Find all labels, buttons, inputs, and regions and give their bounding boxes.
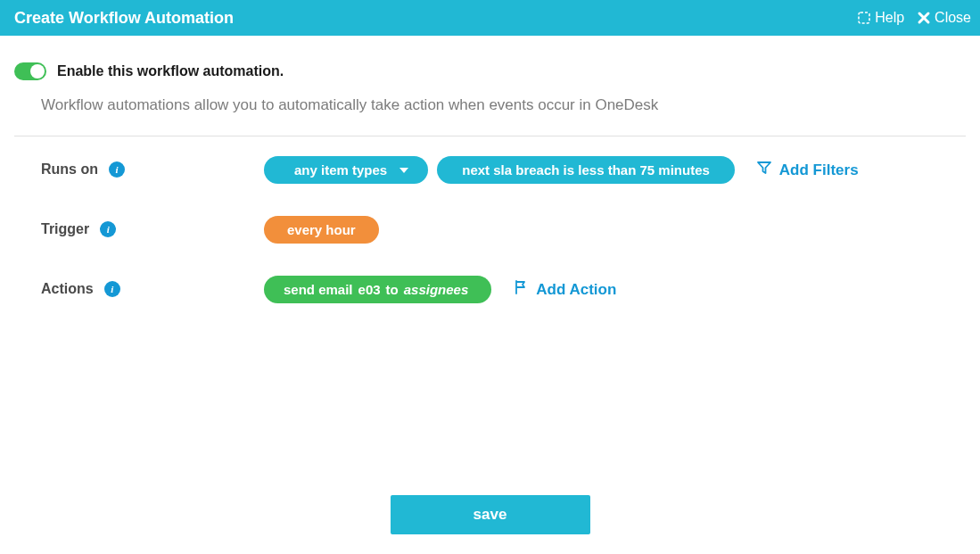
email-code: e03	[358, 282, 381, 297]
trigger-pill[interactable]: every hour	[264, 216, 379, 244]
enable-toggle[interactable]	[14, 62, 46, 80]
add-filters-label: Add Filters	[779, 161, 859, 179]
actions-row: Actions i send email e03 to assignees	[41, 276, 966, 303]
chevron-down-icon	[399, 168, 408, 173]
runs-on-label: Runs on	[41, 161, 98, 178]
dialog-footer: save	[0, 495, 980, 534]
trigger-label: Trigger	[41, 221, 89, 237]
trigger-label-wrap: Trigger i	[41, 216, 264, 237]
email-to: to	[386, 282, 399, 297]
enable-label: Enable this workflow automation.	[57, 63, 284, 79]
info-icon[interactable]: i	[109, 161, 125, 178]
config-section: Runs on i any item types next sla breach…	[14, 136, 966, 303]
trigger-row: Trigger i every hour	[41, 216, 966, 244]
dialog-header: Create Workflow Automation Help Close	[0, 0, 980, 36]
action-pill-content: send email e03 to assignees	[284, 282, 468, 297]
trigger-pill-label: every hour	[287, 222, 356, 237]
automation-description: Workflow automations allow you to automa…	[14, 96, 966, 136]
help-icon	[857, 11, 871, 25]
filter-icon	[756, 160, 772, 180]
help-button[interactable]: Help	[853, 6, 908, 29]
add-action-label: Add Action	[536, 281, 616, 299]
close-button[interactable]: Close	[913, 6, 975, 29]
runs-on-row: Runs on i any item types next sla breach…	[41, 156, 966, 184]
actions-label: Actions	[41, 281, 94, 297]
filter-pill[interactable]: next sla breach is less than 75 minutes	[437, 156, 735, 184]
trigger-controls: every hour	[264, 216, 379, 244]
close-icon	[917, 11, 931, 25]
enable-row: Enable this workflow automation.	[14, 62, 966, 80]
dialog-title: Create Workflow Automation	[14, 9, 234, 28]
filter-pill-label: next sla breach is less than 75 minutes	[462, 162, 710, 178]
actions-controls: send email e03 to assignees Add Action	[264, 276, 616, 303]
toggle-knob	[30, 64, 45, 79]
email-target: assignees	[404, 282, 469, 297]
flag-icon	[513, 279, 529, 300]
actions-label-wrap: Actions i	[41, 276, 264, 297]
runs-on-label-wrap: Runs on i	[41, 156, 264, 178]
svg-rect-0	[859, 12, 869, 23]
info-icon[interactable]: i	[100, 221, 116, 237]
item-types-label: any item types	[294, 162, 387, 178]
help-label: Help	[875, 10, 904, 26]
add-action-button[interactable]: Add Action	[513, 279, 616, 300]
save-button[interactable]: save	[391, 495, 590, 534]
add-filters-button[interactable]: Add Filters	[756, 160, 859, 180]
action-pill[interactable]: send email e03 to assignees	[264, 276, 491, 303]
close-label: Close	[935, 10, 971, 26]
email-prefix: send email	[284, 282, 353, 297]
dialog-content: Enable this workflow automation. Workflo…	[0, 36, 980, 303]
info-icon[interactable]: i	[104, 281, 120, 297]
runs-on-controls: any item types next sla breach is less t…	[264, 156, 859, 184]
item-types-dropdown[interactable]: any item types	[264, 156, 428, 184]
header-actions: Help Close	[853, 6, 975, 29]
